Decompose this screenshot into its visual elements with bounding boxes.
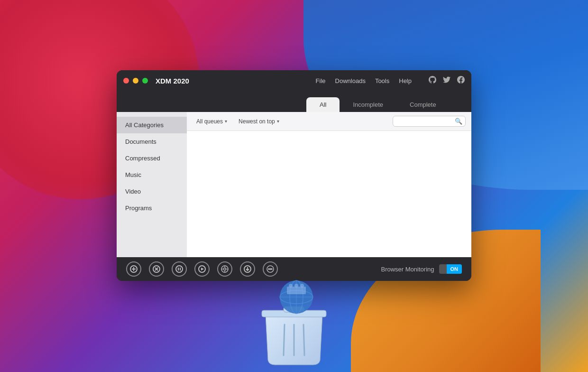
sort-chevron-icon: ▾ xyxy=(277,119,279,124)
maximize-button[interactable] xyxy=(142,78,148,84)
svg-point-20 xyxy=(268,269,269,270)
toggle-off-label xyxy=(439,267,447,271)
social-icons xyxy=(429,76,465,85)
resume-button[interactable] xyxy=(194,261,210,277)
tab-complete[interactable]: Complete xyxy=(396,97,450,112)
sidebar-item-music[interactable]: Music xyxy=(117,167,187,183)
more-button[interactable] xyxy=(263,261,278,277)
content-area: All Incomplete Complete All Categories D… xyxy=(117,91,471,257)
sidebar: All Categories Documents Compressed Musi… xyxy=(117,112,187,257)
svg-line-25 xyxy=(284,325,285,355)
browser-monitoring-toggle[interactable]: ON xyxy=(439,264,462,274)
facebook-icon[interactable] xyxy=(457,76,465,85)
app-window: XDM 2020 File Downloads Tools Help xyxy=(117,70,471,281)
tab-incomplete[interactable]: Incomplete xyxy=(340,97,396,112)
remove-download-button[interactable] xyxy=(149,261,164,277)
search-input[interactable] xyxy=(396,118,453,125)
download-button[interactable] xyxy=(240,261,255,277)
svg-point-6 xyxy=(176,266,183,272)
queue-filter[interactable]: All queues ▾ xyxy=(193,116,231,127)
settings-button[interactable] xyxy=(217,261,232,277)
svg-point-22 xyxy=(271,269,272,270)
app-title: XDM 2020 xyxy=(156,77,189,85)
twitter-icon[interactable] xyxy=(443,76,450,85)
sidebar-item-all-categories[interactable]: All Categories xyxy=(117,117,187,133)
sort-filter[interactable]: Newest on top ▾ xyxy=(235,116,283,127)
toggle-on-label: ON xyxy=(447,264,462,274)
downloads-list xyxy=(187,131,471,257)
download-area: All queues ▾ Newest on top ▾ 🔍 xyxy=(187,112,471,257)
search-icon[interactable]: 🔍 xyxy=(455,118,462,125)
titlebar-menu: File Downloads Tools Help xyxy=(316,76,465,85)
filters-bar: All queues ▾ Newest on top ▾ 🔍 xyxy=(187,112,471,131)
svg-point-35 xyxy=(294,284,298,288)
sidebar-item-compressed[interactable]: Compressed xyxy=(117,150,187,167)
window-controls xyxy=(123,78,148,84)
titlebar: XDM 2020 File Downloads Tools Help xyxy=(117,70,471,91)
sidebar-item-video[interactable]: Video xyxy=(117,183,187,200)
queue-chevron-icon: ▾ xyxy=(225,119,227,124)
main-area: All Categories Documents Compressed Musi… xyxy=(117,112,471,257)
menu-help[interactable]: Help xyxy=(399,77,412,84)
browser-monitoring-label: Browser Monitoring xyxy=(381,266,434,273)
svg-marker-10 xyxy=(201,268,204,270)
add-download-button[interactable] xyxy=(126,261,141,277)
menu-downloads[interactable]: Downloads xyxy=(335,77,366,84)
app-icon xyxy=(251,277,337,363)
queue-filter-label: All queues xyxy=(196,118,223,125)
search-box: 🔍 xyxy=(393,116,466,127)
svg-line-27 xyxy=(303,325,304,355)
svg-rect-33 xyxy=(287,287,306,294)
tab-all[interactable]: All xyxy=(306,97,340,112)
svg-point-36 xyxy=(300,284,304,288)
svg-point-21 xyxy=(270,269,271,270)
github-icon[interactable] xyxy=(429,76,436,85)
menu-file[interactable]: File xyxy=(316,77,326,84)
browser-monitoring-section: Browser Monitoring ON xyxy=(381,264,462,274)
pause-button[interactable] xyxy=(172,261,187,277)
tabs-bar: All Incomplete Complete xyxy=(117,91,471,112)
sidebar-item-programs[interactable]: Programs xyxy=(117,200,187,216)
sort-filter-label: Newest on top xyxy=(239,118,275,125)
svg-point-12 xyxy=(224,268,226,270)
menu-tools[interactable]: Tools xyxy=(375,77,389,84)
svg-point-34 xyxy=(289,284,293,288)
minimize-button[interactable] xyxy=(133,78,138,84)
close-button[interactable] xyxy=(123,78,129,84)
sidebar-item-documents[interactable]: Documents xyxy=(117,133,187,150)
